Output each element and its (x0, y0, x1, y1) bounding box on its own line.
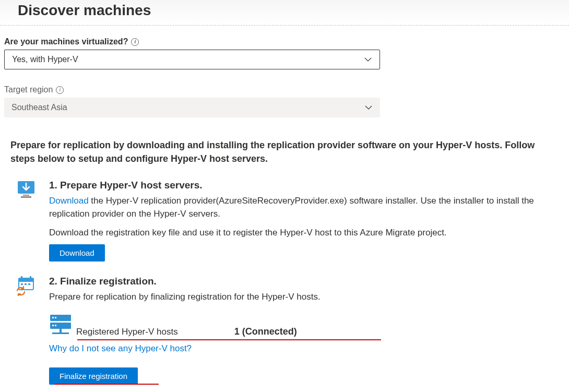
svg-rect-5 (21, 276, 22, 280)
svg-rect-14 (52, 325, 54, 326)
step-prepare-hosts: 1. Prepare Hyper-V host servers. Downloa… (14, 171, 565, 267)
download-monitor-icon (14, 178, 39, 200)
title-bar: Discover machines (0, 0, 569, 26)
download-button[interactable]: Download (49, 244, 105, 262)
field-region: Target region i Southeast Asia (4, 85, 565, 117)
svg-rect-12 (52, 317, 54, 318)
step-finalize-registration: 2. Finalize registration. Prepare for re… (14, 267, 565, 390)
svg-rect-16 (60, 329, 62, 333)
svg-rect-15 (55, 325, 56, 326)
page-title: Discover machines (18, 2, 569, 19)
chevron-down-icon (364, 55, 372, 64)
step2-title: 2. Finalize registration. (49, 274, 565, 289)
field-virtualized: Are your machines virtualized? i Yes, wi… (4, 37, 565, 69)
svg-rect-9 (28, 283, 30, 285)
registered-hosts-value: 1 (Connected) (234, 325, 297, 339)
svg-rect-1 (23, 195, 29, 196)
step1-title: 1. Prepare Hyper-V host servers. (49, 178, 565, 193)
registered-hosts-row: Registered Hyper-V hosts 1 (Connected) (49, 314, 565, 339)
region-label-text: Target region (4, 85, 53, 94)
region-label: Target region i (4, 85, 64, 94)
virtualized-label: Are your machines virtualized? i (4, 37, 139, 46)
region-value: Southeast Asia (11, 103, 67, 112)
calendar-sync-icon (14, 274, 39, 296)
svg-rect-6 (30, 276, 31, 280)
info-icon[interactable]: i (131, 38, 139, 46)
virtualized-value: Yes, with Hyper-V (12, 55, 78, 64)
intro-text: Prepare for replication by downloading a… (4, 133, 565, 165)
info-icon[interactable]: i (56, 86, 64, 94)
virtualized-label-text: Are your machines virtualized? (4, 37, 128, 46)
svg-rect-17 (52, 332, 69, 334)
registered-hosts-label: Registered Hyper-V hosts (76, 325, 178, 339)
svg-rect-13 (55, 317, 56, 318)
download-link[interactable]: Download (49, 196, 89, 206)
chevron-down-icon (364, 103, 373, 112)
svg-rect-7 (21, 283, 23, 285)
virtualized-select[interactable]: Yes, with Hyper-V (4, 50, 380, 69)
step1-text: the Hyper-V replication provider(AzureSi… (49, 196, 534, 219)
step2-subtitle: Prepare for replication by finalizing re… (49, 290, 565, 304)
help-no-host-link[interactable]: Why do I not see any Hyper-V host? (49, 343, 192, 353)
finalize-registration-button[interactable]: Finalize registration (49, 367, 138, 385)
server-rack-icon (49, 314, 72, 339)
step1-desc: Download the Hyper-V replication provide… (49, 194, 565, 221)
step1-second-line: Download the registration key file and u… (49, 226, 565, 240)
svg-rect-8 (25, 283, 27, 285)
annotation-underline (54, 384, 159, 385)
svg-rect-2 (21, 196, 31, 198)
region-select: Southeast Asia (4, 98, 380, 117)
annotation-underline (77, 339, 381, 340)
